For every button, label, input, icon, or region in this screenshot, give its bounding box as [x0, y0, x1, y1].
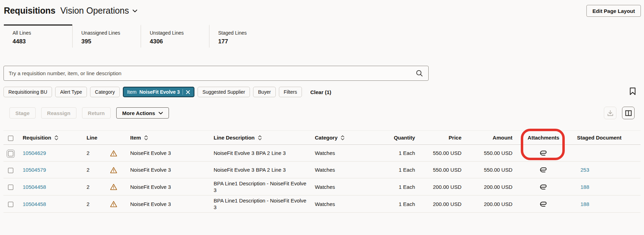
attachment-paperclip-icon[interactable]	[540, 150, 548, 156]
line-description-cell: NoiseFit Evolve 3 BPA 2 Line 3	[210, 148, 311, 158]
line-description-cell: NoiseFit Evolve 3 BPA 2 Line 3	[210, 165, 311, 175]
column-header-amount: Amount	[462, 133, 513, 143]
stat-value: 395	[81, 38, 141, 45]
attachments-cell	[513, 181, 573, 192]
amount-cell: 200.00 USD	[462, 182, 513, 192]
stat-tab-all-lines[interactable]: All Lines4483	[4, 24, 72, 48]
item-cell: NoiseFit Evolve 3	[127, 182, 210, 192]
filter-chip-requisitioning-bu[interactable]: Requisitioning BU	[3, 87, 52, 97]
column-header-line: Line	[83, 133, 106, 143]
filter-chip-buyer[interactable]: Buyer	[253, 87, 276, 97]
column-header-attachments: Attachments	[513, 133, 573, 143]
table-row: 105044582NoiseFit Evolve 3BPA Line1 Desc…	[3, 195, 641, 213]
edit-page-layout-button[interactable]: Edit Page Layout	[586, 5, 641, 17]
warning-icon[interactable]	[110, 184, 117, 190]
filter-chip-filters[interactable]: Filters	[279, 87, 302, 97]
filter-chip-category[interactable]: Category	[90, 87, 120, 97]
line-cell: 2	[83, 165, 106, 175]
attachments-cell	[513, 165, 573, 175]
alert-cell	[106, 148, 127, 158]
column-header-requisition[interactable]: Requisition	[19, 133, 83, 143]
column-label: Amount	[493, 134, 512, 141]
stat-tab-unassigned-lines[interactable]: Unassigned Lines395	[72, 24, 141, 48]
stat-label: Unassigned Lines	[81, 30, 141, 36]
column-label: Category	[315, 134, 338, 141]
column-header-price: Price	[416, 133, 462, 143]
requisitions-page: Requisitions Vision Operations Edit Page…	[0, 0, 644, 235]
filter-chip-alert-type[interactable]: Alert Type	[55, 87, 87, 97]
requisition-link[interactable]: 10504458	[23, 201, 46, 207]
price-cell: 200.00 USD	[416, 182, 462, 192]
price-cell: 550.00 USD	[416, 148, 462, 158]
warning-icon[interactable]	[110, 201, 117, 207]
requisition-link[interactable]: 10504629	[23, 150, 46, 156]
staged-document-cell: 253	[573, 165, 641, 175]
requisition-link[interactable]: 10504579	[23, 167, 46, 173]
staged-document-link[interactable]: 188	[580, 201, 589, 207]
return-button[interactable]: Return	[82, 107, 111, 119]
sort-icon[interactable]	[144, 135, 148, 141]
bookmark-icon[interactable]	[630, 87, 636, 95]
warning-icon[interactable]	[110, 167, 117, 173]
sort-icon[interactable]	[341, 135, 345, 141]
more-actions-button[interactable]: More Actions	[116, 107, 169, 119]
row-select-cell	[3, 148, 19, 158]
attachment-paperclip-icon[interactable]	[540, 201, 548, 207]
amount-cell: 200.00 USD	[462, 199, 513, 209]
stage-button[interactable]: Stage	[9, 107, 36, 119]
attachment-paperclip-icon[interactable]	[540, 184, 548, 190]
attachment-paperclip-icon[interactable]	[540, 167, 548, 173]
select-all-checkbox[interactable]	[8, 136, 13, 141]
alert-cell	[106, 181, 127, 192]
column-header-category[interactable]: Category	[311, 133, 363, 143]
close-icon[interactable]	[186, 90, 190, 94]
quantity-cell: 1 Each	[363, 182, 416, 192]
category-cell: Watches	[311, 165, 363, 175]
column-label: Line	[87, 134, 97, 141]
price-cell: 550.00 USD	[416, 165, 462, 175]
select-all-cell	[3, 133, 19, 143]
page-title: Requisitions	[4, 6, 55, 16]
column-header-item[interactable]: Item	[127, 133, 210, 143]
filter-chip-suggested-supplier[interactable]: Suggested Supplier	[198, 87, 250, 97]
quantity-cell: 1 Each	[363, 148, 416, 158]
stat-label: Staged Lines	[218, 30, 277, 36]
staged-document-link[interactable]: 188	[580, 184, 589, 190]
search-icon[interactable]	[416, 70, 423, 77]
quantity-cell: 1 Each	[363, 165, 416, 175]
row-checkbox[interactable]	[8, 202, 13, 207]
price-cell: 200.00 USD	[416, 199, 462, 209]
line-description-cell: BPA Line1 Description - NoiseFit Evolve …	[210, 178, 311, 195]
stat-tab-staged-lines[interactable]: Staged Lines177	[209, 24, 277, 48]
column-header-staged-document: Staged Document	[573, 133, 641, 143]
clear-filters-button[interactable]: Clear (1)	[308, 89, 333, 95]
row-checkbox[interactable]	[8, 185, 13, 190]
requisition-link[interactable]: 10504458	[23, 184, 46, 190]
stat-value: 4483	[13, 38, 72, 45]
table-tools	[604, 107, 635, 119]
columns-layout-button[interactable]	[622, 107, 635, 119]
item-cell: NoiseFit Evolve 3	[127, 199, 210, 209]
warning-icon[interactable]	[110, 150, 117, 157]
column-header-quantity: Quantity	[363, 133, 416, 143]
staged-document-link[interactable]: 253	[580, 167, 589, 173]
sort-icon[interactable]	[258, 135, 262, 141]
download-button[interactable]	[604, 107, 616, 119]
table-header-row: RequisitionLineItemLine DescriptionCateg…	[3, 130, 641, 145]
filter-chip-item-noisefit-evolve-3-active[interactable]: ItemNoiseFit Evolve 3	[123, 87, 194, 97]
chip-label: Suggested Supplier	[202, 89, 245, 95]
reassign-button[interactable]: Reassign	[41, 107, 76, 119]
row-checkbox[interactable]	[8, 151, 13, 156]
column-label: Requisition	[23, 134, 51, 141]
sort-icon[interactable]	[54, 135, 58, 141]
chip-divider	[183, 89, 183, 95]
business-unit-selector[interactable]: Vision Operations	[60, 6, 138, 16]
stat-tab-unstaged-lines[interactable]: Unstaged Lines4306	[141, 24, 209, 48]
search-input[interactable]	[4, 70, 416, 76]
table-body: 105046292NoiseFit Evolve 3NoiseFit Evolv…	[3, 145, 641, 213]
chip-value: NoiseFit Evolve 3	[139, 89, 180, 95]
chip-label: Requisitioning BU	[8, 89, 47, 95]
row-checkbox[interactable]	[8, 168, 13, 173]
staged-document-cell: 188	[573, 199, 641, 209]
column-header-line-description[interactable]: Line Description	[210, 133, 311, 143]
